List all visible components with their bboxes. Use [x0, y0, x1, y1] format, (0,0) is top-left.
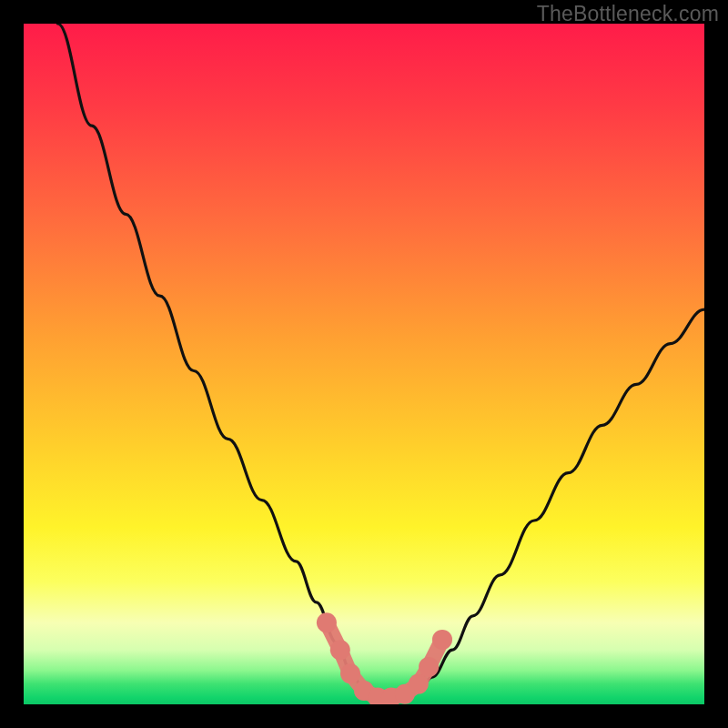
- marker-dot: [409, 674, 429, 694]
- chart-frame: TheBottleneck.com: [0, 0, 728, 728]
- marker-dot: [317, 612, 337, 632]
- bottleneck-curve: [57, 24, 704, 698]
- marker-dot: [432, 630, 452, 650]
- marker-dot: [330, 640, 350, 660]
- plot-area: [24, 24, 704, 704]
- chart-overlay: [24, 24, 704, 704]
- marker-dot: [419, 657, 439, 677]
- marker-dot: [340, 663, 360, 683]
- watermark-text: TheBottleneck.com: [537, 2, 719, 26]
